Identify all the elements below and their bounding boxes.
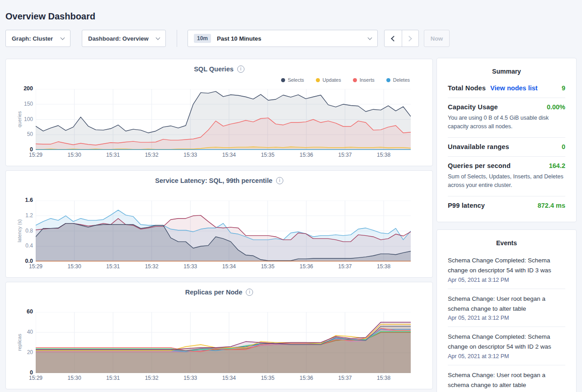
x-axis-tick: 15:30 xyxy=(68,375,81,381)
event-text: Schema Change: User root began a schema … xyxy=(448,370,565,390)
y-axis-tick: 0.8 xyxy=(6,228,33,234)
y-axis-tick: 0.4 xyxy=(6,243,33,249)
chevron-right-icon xyxy=(406,36,412,42)
sql-queries-chart-panel: SQL Queries i SelectsUpdatesInsertsDelet… xyxy=(5,59,433,166)
x-axis-tick: 15:38 xyxy=(377,375,390,381)
event-text: Schema Change Completed: Schema change o… xyxy=(448,332,565,352)
info-icon[interactable]: i xyxy=(246,289,253,296)
legend-dot xyxy=(281,78,285,82)
chart-title: Replicas per Node xyxy=(185,289,243,296)
chart-title: Service Latency: SQL, 99th percentile xyxy=(155,177,272,184)
x-axis-tick: 15:30 xyxy=(68,263,81,270)
x-axis-tick: 15:38 xyxy=(377,152,390,158)
summary-row-caption: You are using 0 B of 4.5 GiB usable disk… xyxy=(448,114,565,131)
events-panel: Events Schema Change Completed: Schema c… xyxy=(436,229,577,392)
legend-dot xyxy=(386,78,390,82)
x-axis-ticks: 15:2915:3015:3115:3215:3315:3415:3515:36… xyxy=(36,263,411,271)
summary-title: Summary xyxy=(448,58,565,79)
chart-plot-area[interactable] xyxy=(36,312,411,373)
x-axis-tick: 15:35 xyxy=(261,375,274,381)
info-icon[interactable]: i xyxy=(276,177,283,184)
x-axis-tick: 15:34 xyxy=(222,263,236,270)
event-item: Schema Change Completed: Schema change o… xyxy=(448,327,565,365)
chart-title-row: SQL Queries i xyxy=(6,65,432,73)
x-axis-tick: 15:30 xyxy=(68,152,81,158)
summary-row-queries-per-second: Queries per second 164.2 Sum of Selects,… xyxy=(448,156,565,196)
toolbar-divider xyxy=(177,30,177,47)
x-axis-tick: 15:32 xyxy=(145,375,159,381)
legend-item-deletes[interactable]: Deletes xyxy=(386,77,410,83)
y-axis-tick: 50 xyxy=(6,131,33,137)
y-axis-tick: 1.6 xyxy=(6,197,33,203)
overview-dashboard-page: { "page": { "title": "Overview Dashboard… xyxy=(0,0,582,392)
x-axis-tick: 15:37 xyxy=(338,152,352,158)
service-latency-chart-panel: Service Latency: SQL, 99th percentile i … xyxy=(5,170,433,278)
y-axis-tick: 20 xyxy=(6,349,33,355)
summary-row-value: 0.00% xyxy=(547,103,565,111)
x-axis-ticks: 15:2915:3015:3115:3215:3315:3415:3515:36… xyxy=(36,152,411,159)
legend-item-selects[interactable]: Selects xyxy=(281,77,304,83)
events-title: Events xyxy=(448,230,565,251)
summary-row-label: Total Nodes xyxy=(448,84,486,92)
y-axis-tick: 60 xyxy=(6,308,33,315)
legend-dot xyxy=(316,78,320,82)
x-axis-tick: 15:33 xyxy=(183,263,197,270)
legend-item-inserts[interactable]: Inserts xyxy=(353,77,375,83)
event-text: Schema Change Completed: Schema change o… xyxy=(448,256,565,275)
summary-row-value: 0 xyxy=(562,143,565,150)
now-button-label: Now xyxy=(431,35,443,42)
x-axis-tick: 15:33 xyxy=(183,152,197,158)
legend-dot xyxy=(353,78,357,82)
summary-row-value: 164.2 xyxy=(549,162,565,169)
summary-row-total-nodes: Total Nodes View nodes list 9 xyxy=(448,79,565,98)
legend-item-updates[interactable]: Updates xyxy=(316,77,341,83)
legend-label: Updates xyxy=(323,77,341,83)
info-icon[interactable]: i xyxy=(237,65,244,73)
summary-row-caption: Sum of Selects, Updates, Inserts, and De… xyxy=(448,173,565,190)
x-axis-tick: 15:35 xyxy=(261,263,274,270)
chart-canvas xyxy=(36,89,411,150)
x-axis-ticks: 15:2915:3015:3115:3215:3315:3415:3515:36… xyxy=(36,375,411,382)
dashboard-dropdown[interactable]: Dashboard: Overview xyxy=(82,30,166,47)
x-axis-tick: 15:35 xyxy=(261,152,274,158)
time-range-badge: 10m xyxy=(194,34,211,43)
summary-row-value: 9 xyxy=(562,84,565,92)
event-item: Schema Change: User root began a schema … xyxy=(448,289,565,327)
chart-canvas xyxy=(36,201,411,261)
summary-row-label: Unavailable ranges xyxy=(448,143,509,150)
graph-dropdown-label: Graph: Cluster xyxy=(12,35,53,42)
time-range-dropdown[interactable]: 10m Past 10 Minutes xyxy=(188,30,378,47)
event-timestamp: Apr 05, 2021 at 3:12 PM xyxy=(448,277,565,283)
prev-time-button[interactable] xyxy=(385,30,402,47)
page-title: Overview Dashboard xyxy=(5,11,95,22)
dashboard-dropdown-label: Dashboard: Overview xyxy=(88,35,149,42)
now-button[interactable]: Now xyxy=(424,30,450,47)
summary-row-label: P99 latency xyxy=(448,202,485,209)
x-axis-tick: 15:29 xyxy=(29,263,42,270)
replicas-per-node-chart-panel: Replicas per Node i replicas 0204060 15:… xyxy=(5,282,433,389)
y-axis-ticks: 050100150200 xyxy=(6,89,33,150)
x-axis-tick: 15:31 xyxy=(106,263,120,270)
time-range-label: Past 10 Minutes xyxy=(217,35,261,42)
chart-plot-area[interactable] xyxy=(36,201,411,261)
chart-plot-area[interactable] xyxy=(36,89,411,150)
event-text: Schema Change: User root began a schema … xyxy=(448,294,565,314)
view-nodes-list-link[interactable]: View nodes list xyxy=(490,84,538,92)
x-axis-tick: 15:34 xyxy=(222,375,236,381)
summary-row-label: Capacity Usage xyxy=(448,103,498,111)
event-item: Schema Change: User root began a schema … xyxy=(448,365,565,392)
y-axis-tick: 150 xyxy=(6,101,33,107)
sidebar: Summary Total Nodes View nodes list 9 Ca… xyxy=(436,58,577,392)
x-axis-tick: 15:33 xyxy=(183,375,197,381)
graph-dropdown[interactable]: Graph: Cluster xyxy=(5,30,70,47)
next-time-button[interactable] xyxy=(402,30,419,47)
chevron-down-icon xyxy=(368,35,372,40)
y-axis-tick: 1.2 xyxy=(6,212,33,219)
x-axis-tick: 15:37 xyxy=(338,263,352,270)
x-axis-tick: 15:31 xyxy=(106,152,120,158)
chart-legend: SelectsUpdatesInsertsDeletes xyxy=(281,77,410,83)
event-timestamp: Apr 05, 2021 at 3:12 PM xyxy=(448,315,565,321)
summary-row-p99-latency: P99 latency 872.4 ms xyxy=(448,196,565,215)
x-axis-tick: 15:34 xyxy=(222,152,236,158)
summary-row-unavailable-ranges: Unavailable ranges 0 xyxy=(448,137,565,156)
